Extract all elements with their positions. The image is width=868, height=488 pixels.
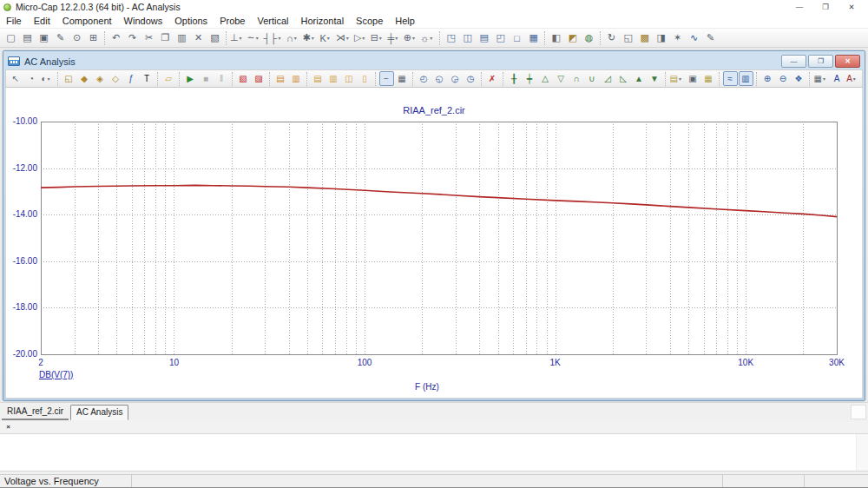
text-panel-scrollbar[interactable] [856,434,868,471]
overlap-windows-icon[interactable]: ◰ [492,30,509,46]
sine-source-component-icon[interactable]: ∼▾ [247,30,263,46]
star-component-dropdown-arrow[interactable]: ▾ [312,35,318,41]
single-plot-icon[interactable]: − [379,71,394,86]
menu-edit[interactable]: Edit [28,14,56,28]
lamp-component-dropdown-arrow[interactable]: ▾ [430,35,436,41]
watch-window-icon[interactable]: ▦ [701,71,716,86]
opamp-component-icon[interactable]: ▷▾ [353,30,370,46]
fall-slope-icon[interactable]: ◺ [616,71,631,86]
app-close-button[interactable]: ✕ [838,2,865,13]
stepping-icon[interactable]: ◨ [653,30,669,46]
new-file-icon[interactable]: ▢ [3,30,19,46]
valley-measure-icon[interactable]: ▽ [554,71,569,86]
zoom-in-icon[interactable]: ⊕ [760,71,775,86]
menu-file[interactable]: File [0,14,28,28]
cursor-graph-mode-icon[interactable]: ≈ [723,71,738,86]
opamp-component-dropdown-arrow[interactable]: ▾ [362,35,368,41]
cut-icon[interactable]: ✂ [141,30,157,46]
peak-measure-icon[interactable]: △ [538,71,553,86]
mosfet-transistor-component-dropdown-arrow[interactable]: ▾ [346,35,352,41]
tile-vertical-icon[interactable]: ◫ [459,30,476,46]
plot-surface[interactable] [6,88,863,399]
waveform-buffer-icon[interactable]: ▥ [289,71,304,86]
split-window-icon[interactable]: ◧ [548,30,564,46]
calculator-icon[interactable]: ▦ [525,30,542,46]
inductor-component-icon[interactable]: ∩▾ [285,30,301,46]
graphics-object-icon[interactable]: ◐▾ [40,71,55,86]
zoom-history-back-icon[interactable]: ◴ [417,71,431,86]
maximize-window-icon[interactable]: □ [509,30,525,46]
analysis-limits-icon[interactable]: ▧ [236,71,251,86]
sine-source-component-dropdown-arrow[interactable]: ▾ [256,35,262,41]
voltage-source-component-dropdown-arrow[interactable]: ▾ [412,35,418,41]
menu-component[interactable]: Component [56,14,118,28]
vertical-tag-icon[interactable]: ┿ [523,71,537,86]
star-component-icon[interactable]: ✱▾ [301,30,318,46]
copy-icon[interactable]: ❐ [157,30,174,46]
capacitor-component-dropdown-arrow[interactable]: ▾ [278,35,284,41]
stop-icon[interactable]: ■ [199,71,214,86]
menu-vertical[interactable]: Vertical [251,14,294,28]
run-icon[interactable]: ▶ [183,71,198,86]
capacitor-component-icon[interactable]: ┤├▾ [263,30,286,46]
tab-ac-analysis[interactable]: AC Analysis [70,405,128,420]
font-icon[interactable]: A [830,71,845,86]
internet-icon[interactable]: ◍ [581,30,597,46]
app-minimize-button[interactable]: — [786,2,812,13]
lamp-component-icon[interactable]: ☼▾ [419,30,437,46]
undo-icon[interactable]: ↶ [108,30,124,46]
menu-horizontal[interactable]: Horizontal [295,14,351,28]
probe-edit-icon[interactable]: ✎ [702,30,719,46]
inductor-component-dropdown-arrow[interactable]: ▾ [294,35,300,41]
low-measure-icon[interactable]: ∪ [585,71,600,86]
high-measure-icon[interactable]: ∩ [569,71,584,86]
series-label[interactable]: DB(V(7)) [39,370,73,379]
open-file-icon[interactable]: ▤ [19,30,36,46]
pause-icon[interactable]: ‖ [214,71,229,86]
tools-icon[interactable]: ✶ [669,30,686,46]
zoom-history-fwd-icon[interactable]: ◵ [432,71,447,86]
mosfet-transistor-component-icon[interactable]: ⋊▾ [335,30,353,46]
component-editor-icon[interactable]: ◩ [564,30,581,46]
battery-component-icon[interactable]: ╪▾ [386,30,403,46]
tile-horizontal-icon[interactable]: ▤ [476,30,492,46]
meter-component-icon[interactable]: ⊟▾ [370,30,386,46]
battery-component-dropdown-arrow[interactable]: ▾ [395,35,401,41]
multi-plot-icon[interactable]: ▦ [395,71,410,86]
plot-panel-4-icon[interactable]: ▯ [358,71,372,86]
text-tool-icon[interactable]: T [140,71,155,86]
zoom-auto-icon[interactable]: ◶ [448,71,463,86]
delete-icon[interactable]: ✕ [190,30,207,46]
formula-icon[interactable]: ƒ [124,71,139,86]
menu-windows[interactable]: Windows [118,14,169,28]
tracker-icon[interactable]: ◇ [108,71,123,86]
state-variables-icon[interactable]: ▱ [161,71,176,86]
voltage-source-component-icon[interactable]: ⊕▾ [403,30,419,46]
menu-probe[interactable]: Probe [214,14,251,28]
horizontal-tag-icon[interactable]: ╂ [507,71,522,86]
plot-panel-1-icon[interactable]: ▤ [311,71,326,86]
animate-clock-icon[interactable]: ◔ [24,71,39,86]
plot-panel-3-icon[interactable]: ◫ [342,71,357,86]
print-preview-icon[interactable]: ⊙ [69,30,85,46]
ground-component-dropdown-arrow[interactable]: ▾ [240,35,246,41]
menu-scope[interactable]: Scope [350,14,389,28]
bjt-transistor-component-icon[interactable]: K▾ [319,30,335,46]
doc-restore-button[interactable]: ❐ [808,55,833,68]
select-cursor-icon[interactable]: ↖ [9,71,23,86]
menu-help[interactable]: Help [389,14,421,28]
clear-probes-icon[interactable]: ✗ [485,71,500,86]
graphics-object-dropdown-arrow[interactable]: ▾ [48,76,53,82]
pan-view-icon[interactable]: ❖ [792,71,806,86]
font-color-icon[interactable]: A▾ [845,71,860,86]
window-select-icon[interactable]: ◱ [620,30,636,46]
data-window-icon[interactable]: ▣ [686,71,700,86]
numeric-output-icon[interactable]: ▤ [273,71,288,86]
zoom-restore-icon[interactable]: ◷ [464,71,478,86]
paste-icon[interactable]: ▥ [174,30,190,46]
redo-icon[interactable]: ↷ [124,30,141,46]
tab-riaa-ref-2-cir[interactable]: RIAA_ref_2.cir [2,405,69,420]
print-icon[interactable]: ⊞ [85,30,102,46]
save-file-icon[interactable]: ▣ [36,30,52,46]
scale-mode-icon[interactable]: ◱ [62,71,76,86]
